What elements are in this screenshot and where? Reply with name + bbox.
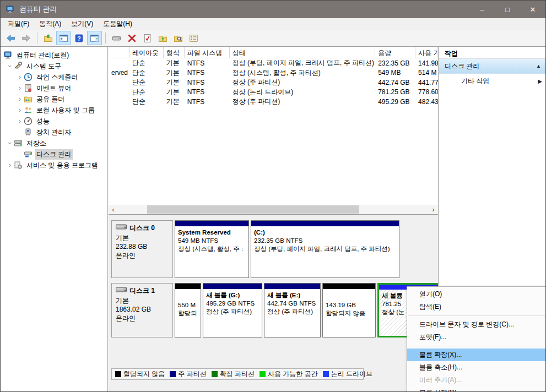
column-header[interactable]: 파일 시스템 <box>185 47 230 58</box>
disk-row: 디스크 1기본1863.02 GB온라인550 M할당되새 볼륨 (G:)495… <box>111 283 436 337</box>
partition[interactable]: 새 볼륨 (G:)495.29 GB NTFS정상 (주 파티션) <box>203 283 262 337</box>
menu-bar: 파일(F)동작(A)보기(V)도움말(H) <box>1 18 545 30</box>
scroll-right-icon[interactable]: › <box>429 205 438 214</box>
column-header[interactable]: 형식 <box>164 47 185 58</box>
chevron-expanded-icon[interactable]: › <box>7 62 13 70</box>
volume-row[interactable]: 단순기본NTFS정상 (주 파티션)495.29 GB482.43 <box>109 97 438 107</box>
title-bar: 컴퓨터 관리 – □ ✕ <box>1 1 545 18</box>
chevron-collapsed-icon[interactable]: › <box>16 118 24 124</box>
partitions: 550 M할당되새 볼륨 (G:)495.29 GB NTFS정상 (주 파티션… <box>175 283 438 337</box>
volume-cell: NTFS <box>185 79 230 86</box>
sidebar-item[interactable]: 장치 관리자 <box>1 127 107 138</box>
chevron-collapsed-icon[interactable]: › <box>16 107 24 113</box>
partition-line2: 442.74 GB NTFS <box>267 300 317 308</box>
forward-arrow-button[interactable] <box>19 31 34 45</box>
chevron-collapsed-icon[interactable]: › <box>16 85 24 91</box>
actions-section-label: 디스크 관리 <box>445 62 479 71</box>
partition-unallocated[interactable]: 550 M할당되 <box>175 283 201 337</box>
maximize-button[interactable]: □ <box>495 1 520 18</box>
partition-line2: 143.19 GB <box>326 301 372 309</box>
volume-cell: 778.60 <box>415 88 438 96</box>
sidebar-item[interactable]: ›로컬 사용자 및 그룹 <box>1 105 107 116</box>
menubar-item[interactable]: 도움말(H) <box>98 18 137 30</box>
volume-cell: erved <box>109 69 129 77</box>
scroll-left-icon[interactable]: ‹ <box>109 205 118 214</box>
sidebar-item-label: 로컬 사용자 및 그룹 <box>35 105 96 116</box>
column-header[interactable]: 사용 가 <box>415 47 438 58</box>
sidebar-item[interactable]: ›작업 스케줄러 <box>1 72 107 83</box>
partition[interactable]: (C:)232.35 GB NTFS정상 (부팅, 페이지 파일, 크래시 덤프… <box>251 220 399 278</box>
delete-button[interactable] <box>125 31 139 45</box>
collapse-icon[interactable]: ▲ <box>536 63 541 69</box>
column-header[interactable]: 용량 <box>375 47 415 58</box>
volume-cell: NTFS <box>185 88 230 96</box>
context-menu-item[interactable]: 드라이브 문자 및 경로 변경(C)... <box>407 318 545 331</box>
disk-status: 온라인 <box>116 251 169 260</box>
sidebar-item[interactable]: ›시스템 도구 <box>1 61 107 72</box>
help-button[interactable]: ? <box>72 31 87 45</box>
menubar-item[interactable]: 동작(A) <box>34 18 66 30</box>
chevron-collapsed-icon[interactable]: › <box>16 74 24 80</box>
column-header[interactable]: 상태 <box>230 47 376 58</box>
volume-row[interactable]: 단순기본NTFS정상 (논리 드라이브)781.25 GB778.60 <box>109 88 438 97</box>
actions-section-disk-management[interactable]: 디스크 관리 ▲ <box>439 59 546 74</box>
sidebar-item[interactable]: ›성능 <box>1 116 107 127</box>
actions-panel-title: 작업 <box>439 47 546 59</box>
context-menu-item[interactable]: 탐색(E) <box>407 301 545 313</box>
context-menu-item[interactable]: 열기(O) <box>407 288 545 301</box>
export-list-button[interactable] <box>41 31 56 45</box>
find-button[interactable] <box>171 31 186 45</box>
disk-icon <box>112 34 121 43</box>
checklist-button[interactable] <box>186 31 201 45</box>
chevron-collapsed-icon[interactable]: › <box>6 162 14 168</box>
menubar-item[interactable]: 파일(F) <box>3 18 34 30</box>
partition[interactable]: 새 볼륨 (E:)442.74 GB NTFS정상 (주 파티션) <box>264 283 321 337</box>
volume-cell: 단순 <box>129 88 164 97</box>
legend-item: 사용 가능한 공간 <box>260 369 318 379</box>
properties-button[interactable] <box>140 31 155 45</box>
chevron-collapsed-icon[interactable]: › <box>16 96 24 102</box>
sidebar-item[interactable]: ›이벤트 뷰어 <box>1 83 107 94</box>
partition[interactable]: System Reserved549 MB NTFS정상 (시스템, 활성, 주… <box>175 220 249 278</box>
context-menu-item[interactable]: 포맷(F)... <box>407 331 545 344</box>
disk-drive-icon <box>116 286 127 295</box>
disk-label[interactable]: 디스크 1기본1863.02 GB온라인 <box>111 283 173 337</box>
volume-cell: 482.43 <box>415 98 438 106</box>
partition-unallocated[interactable]: 143.19 GB할당되지 않음 <box>322 283 376 337</box>
disk-button[interactable] <box>109 31 124 45</box>
minimize-button[interactable]: – <box>469 1 495 18</box>
performance-icon <box>24 117 33 126</box>
partition-line3: 할당되 <box>178 309 198 318</box>
actions-item-more-actions[interactable]: 기타 작업 ▶ <box>439 74 546 89</box>
app-icon <box>6 5 15 14</box>
context-menu-item[interactable]: 볼륨 삭제(D)... <box>407 386 545 392</box>
sidebar-item[interactable]: 디스크 관리 <box>1 149 107 160</box>
context-menu-item[interactable]: 볼륨 축소(H)... <box>407 361 545 374</box>
sidebar-item[interactable]: ›공유 폴더 <box>1 94 107 105</box>
back-arrow-button[interactable] <box>3 31 18 45</box>
partition-line2: 549 MB NTFS <box>178 237 246 245</box>
context-menu-item: 미러 추가(A)... <box>407 374 545 386</box>
disk-label[interactable]: 디스크 0기본232.88 GB온라인 <box>111 220 173 278</box>
column-header[interactable] <box>109 47 129 58</box>
console-tree-button[interactable] <box>56 31 71 45</box>
sidebar-item[interactable]: 컴퓨터 관리(로컬) <box>1 50 107 61</box>
sidebar-item[interactable]: ›저장소 <box>1 138 107 149</box>
volume-cell: 단순 <box>129 78 164 87</box>
menubar-item[interactable]: 보기(V) <box>66 18 98 30</box>
close-button[interactable]: ✕ <box>520 1 545 18</box>
sidebar-item-label: 성능 <box>35 116 51 127</box>
scrollbar-thumb[interactable] <box>147 205 359 214</box>
volume-row[interactable]: erved단순기본NTFS정상 (시스템, 활성, 주 파티션)549 MB51… <box>109 68 438 78</box>
chevron-expanded-icon[interactable]: › <box>7 139 13 147</box>
disk-size: 1863.02 GB <box>116 305 169 314</box>
horizontal-scrollbar[interactable]: ‹ › <box>109 205 438 214</box>
column-header[interactable]: 레이아웃 <box>129 47 164 58</box>
action-pane-button[interactable] <box>87 31 102 45</box>
volume-row[interactable]: 단순기본NTFS정상 (주 파티션)442.74 GB441.77 <box>109 78 438 88</box>
sidebar-item[interactable]: ›서비스 및 응용 프로그램 <box>1 160 107 171</box>
context-menu-item[interactable]: 볼륨 확장(X)... <box>407 349 545 361</box>
volume-cell: 549 MB <box>375 69 415 77</box>
open-folder-button[interactable] <box>155 31 170 45</box>
volume-row[interactable]: 단순기본NTFS정상 (부팅, 페이지 파일, 크래시 덤프, 주 파티션)23… <box>109 58 438 68</box>
